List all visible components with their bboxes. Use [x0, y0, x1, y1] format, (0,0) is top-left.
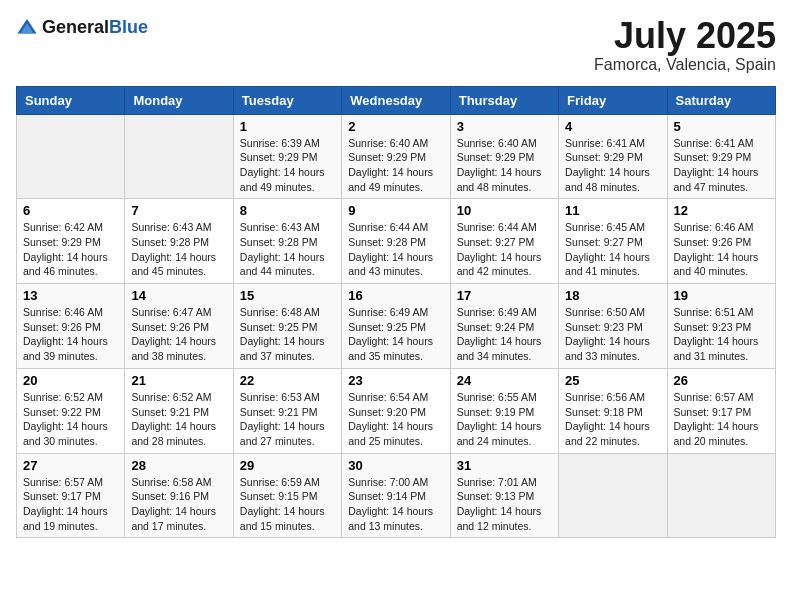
day-number: 28 [131, 458, 226, 473]
day-number: 31 [457, 458, 552, 473]
day-number: 16 [348, 288, 443, 303]
calendar-cell: 11Sunrise: 6:45 AMSunset: 9:27 PMDayligh… [559, 199, 667, 284]
page-header: GeneralBlue July 2025 Famorca, Valencia,… [16, 16, 776, 74]
day-info: Sunrise: 6:44 AMSunset: 9:27 PMDaylight:… [457, 220, 552, 279]
logo-text: GeneralBlue [42, 17, 148, 38]
calendar-cell: 29Sunrise: 6:59 AMSunset: 9:15 PMDayligh… [233, 453, 341, 538]
day-number: 13 [23, 288, 118, 303]
day-info: Sunrise: 6:40 AMSunset: 9:29 PMDaylight:… [457, 136, 552, 195]
day-number: 23 [348, 373, 443, 388]
day-number: 19 [674, 288, 769, 303]
calendar-cell: 2Sunrise: 6:40 AMSunset: 9:29 PMDaylight… [342, 114, 450, 199]
logo-general: General [42, 17, 109, 37]
day-info: Sunrise: 6:43 AMSunset: 9:28 PMDaylight:… [240, 220, 335, 279]
calendar-cell: 9Sunrise: 6:44 AMSunset: 9:28 PMDaylight… [342, 199, 450, 284]
calendar-cell: 30Sunrise: 7:00 AMSunset: 9:14 PMDayligh… [342, 453, 450, 538]
week-row-2: 13Sunrise: 6:46 AMSunset: 9:26 PMDayligh… [17, 284, 776, 369]
day-info: Sunrise: 6:52 AMSunset: 9:22 PMDaylight:… [23, 390, 118, 449]
day-number: 5 [674, 119, 769, 134]
calendar-cell: 4Sunrise: 6:41 AMSunset: 9:29 PMDaylight… [559, 114, 667, 199]
calendar-cell: 17Sunrise: 6:49 AMSunset: 9:24 PMDayligh… [450, 284, 558, 369]
day-info: Sunrise: 6:46 AMSunset: 9:26 PMDaylight:… [674, 220, 769, 279]
day-number: 1 [240, 119, 335, 134]
calendar-cell [559, 453, 667, 538]
day-info: Sunrise: 6:41 AMSunset: 9:29 PMDaylight:… [674, 136, 769, 195]
calendar-table: SundayMondayTuesdayWednesdayThursdayFrid… [16, 86, 776, 539]
calendar-cell [667, 453, 775, 538]
day-number: 29 [240, 458, 335, 473]
day-info: Sunrise: 6:51 AMSunset: 9:23 PMDaylight:… [674, 305, 769, 364]
calendar-cell: 25Sunrise: 6:56 AMSunset: 9:18 PMDayligh… [559, 368, 667, 453]
day-info: Sunrise: 6:56 AMSunset: 9:18 PMDaylight:… [565, 390, 660, 449]
calendar-cell: 3Sunrise: 6:40 AMSunset: 9:29 PMDaylight… [450, 114, 558, 199]
day-info: Sunrise: 6:48 AMSunset: 9:25 PMDaylight:… [240, 305, 335, 364]
day-number: 27 [23, 458, 118, 473]
day-info: Sunrise: 7:00 AMSunset: 9:14 PMDaylight:… [348, 475, 443, 534]
day-number: 8 [240, 203, 335, 218]
week-row-3: 20Sunrise: 6:52 AMSunset: 9:22 PMDayligh… [17, 368, 776, 453]
week-row-1: 6Sunrise: 6:42 AMSunset: 9:29 PMDaylight… [17, 199, 776, 284]
day-number: 24 [457, 373, 552, 388]
header-wednesday: Wednesday [342, 86, 450, 114]
day-info: Sunrise: 6:57 AMSunset: 9:17 PMDaylight:… [674, 390, 769, 449]
day-info: Sunrise: 6:50 AMSunset: 9:23 PMDaylight:… [565, 305, 660, 364]
week-row-4: 27Sunrise: 6:57 AMSunset: 9:17 PMDayligh… [17, 453, 776, 538]
day-info: Sunrise: 6:42 AMSunset: 9:29 PMDaylight:… [23, 220, 118, 279]
calendar-cell: 1Sunrise: 6:39 AMSunset: 9:29 PMDaylight… [233, 114, 341, 199]
calendar-cell: 21Sunrise: 6:52 AMSunset: 9:21 PMDayligh… [125, 368, 233, 453]
day-number: 12 [674, 203, 769, 218]
calendar-cell: 27Sunrise: 6:57 AMSunset: 9:17 PMDayligh… [17, 453, 125, 538]
day-number: 20 [23, 373, 118, 388]
calendar-cell [125, 114, 233, 199]
header-saturday: Saturday [667, 86, 775, 114]
calendar-cell: 22Sunrise: 6:53 AMSunset: 9:21 PMDayligh… [233, 368, 341, 453]
day-number: 18 [565, 288, 660, 303]
day-info: Sunrise: 6:43 AMSunset: 9:28 PMDaylight:… [131, 220, 226, 279]
day-info: Sunrise: 6:46 AMSunset: 9:26 PMDaylight:… [23, 305, 118, 364]
calendar-cell: 6Sunrise: 6:42 AMSunset: 9:29 PMDaylight… [17, 199, 125, 284]
day-number: 17 [457, 288, 552, 303]
day-info: Sunrise: 7:01 AMSunset: 9:13 PMDaylight:… [457, 475, 552, 534]
day-info: Sunrise: 6:59 AMSunset: 9:15 PMDaylight:… [240, 475, 335, 534]
calendar-cell: 5Sunrise: 6:41 AMSunset: 9:29 PMDaylight… [667, 114, 775, 199]
calendar-cell: 15Sunrise: 6:48 AMSunset: 9:25 PMDayligh… [233, 284, 341, 369]
day-number: 10 [457, 203, 552, 218]
header-friday: Friday [559, 86, 667, 114]
day-number: 7 [131, 203, 226, 218]
calendar-cell [17, 114, 125, 199]
calendar-cell: 31Sunrise: 7:01 AMSunset: 9:13 PMDayligh… [450, 453, 558, 538]
week-row-0: 1Sunrise: 6:39 AMSunset: 9:29 PMDaylight… [17, 114, 776, 199]
day-info: Sunrise: 6:41 AMSunset: 9:29 PMDaylight:… [565, 136, 660, 195]
day-number: 6 [23, 203, 118, 218]
calendar-cell: 13Sunrise: 6:46 AMSunset: 9:26 PMDayligh… [17, 284, 125, 369]
header-sunday: Sunday [17, 86, 125, 114]
header-row: SundayMondayTuesdayWednesdayThursdayFrid… [17, 86, 776, 114]
calendar-cell: 18Sunrise: 6:50 AMSunset: 9:23 PMDayligh… [559, 284, 667, 369]
calendar-cell: 14Sunrise: 6:47 AMSunset: 9:26 PMDayligh… [125, 284, 233, 369]
day-info: Sunrise: 6:40 AMSunset: 9:29 PMDaylight:… [348, 136, 443, 195]
day-info: Sunrise: 6:44 AMSunset: 9:28 PMDaylight:… [348, 220, 443, 279]
day-number: 11 [565, 203, 660, 218]
header-tuesday: Tuesday [233, 86, 341, 114]
calendar-cell: 24Sunrise: 6:55 AMSunset: 9:19 PMDayligh… [450, 368, 558, 453]
calendar-cell: 12Sunrise: 6:46 AMSunset: 9:26 PMDayligh… [667, 199, 775, 284]
calendar-cell: 28Sunrise: 6:58 AMSunset: 9:16 PMDayligh… [125, 453, 233, 538]
day-number: 4 [565, 119, 660, 134]
calendar-cell: 20Sunrise: 6:52 AMSunset: 9:22 PMDayligh… [17, 368, 125, 453]
day-number: 15 [240, 288, 335, 303]
day-number: 3 [457, 119, 552, 134]
day-number: 30 [348, 458, 443, 473]
calendar-cell: 7Sunrise: 6:43 AMSunset: 9:28 PMDaylight… [125, 199, 233, 284]
logo: GeneralBlue [16, 16, 148, 38]
calendar-cell: 8Sunrise: 6:43 AMSunset: 9:28 PMDaylight… [233, 199, 341, 284]
calendar-cell: 19Sunrise: 6:51 AMSunset: 9:23 PMDayligh… [667, 284, 775, 369]
calendar-cell: 26Sunrise: 6:57 AMSunset: 9:17 PMDayligh… [667, 368, 775, 453]
title-block: July 2025 Famorca, Valencia, Spain [594, 16, 776, 74]
day-info: Sunrise: 6:49 AMSunset: 9:24 PMDaylight:… [457, 305, 552, 364]
day-number: 25 [565, 373, 660, 388]
day-info: Sunrise: 6:47 AMSunset: 9:26 PMDaylight:… [131, 305, 226, 364]
day-info: Sunrise: 6:57 AMSunset: 9:17 PMDaylight:… [23, 475, 118, 534]
day-info: Sunrise: 6:54 AMSunset: 9:20 PMDaylight:… [348, 390, 443, 449]
logo-icon [16, 16, 38, 38]
day-info: Sunrise: 6:58 AMSunset: 9:16 PMDaylight:… [131, 475, 226, 534]
